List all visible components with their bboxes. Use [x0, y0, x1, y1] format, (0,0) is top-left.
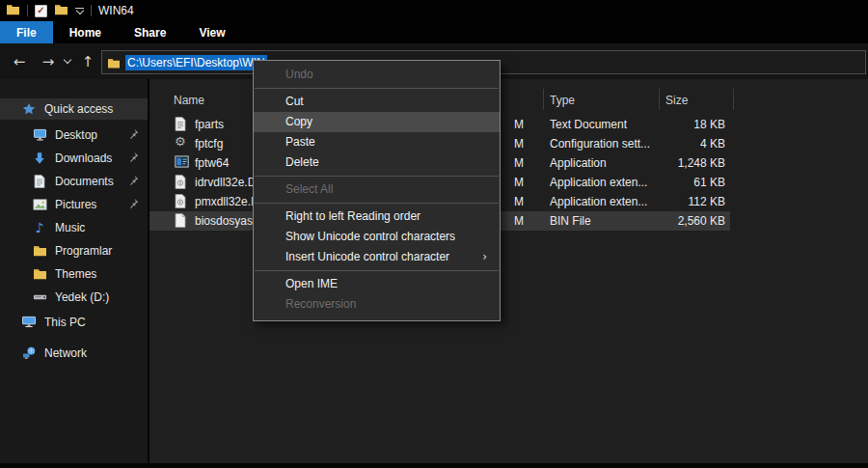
sidebar-item-yedek-d[interactable]: Yedek (D:) — [0, 286, 148, 308]
menu-separator — [255, 270, 499, 271]
sidebar-item-desktop[interactable]: Desktop — [0, 124, 148, 146]
file-type: Application exten... — [550, 192, 647, 211]
file-size: 4 KB — [651, 134, 725, 153]
file-type: Application exten... — [550, 173, 647, 192]
menu-item-undo: Undo — [254, 65, 500, 85]
music-icon: ♪ — [32, 220, 47, 235]
column-header-name[interactable]: Name — [174, 91, 204, 110]
computer-icon — [21, 316, 37, 328]
tab-file[interactable]: File — [0, 21, 53, 43]
up-button[interactable]: ↑ — [77, 43, 98, 79]
menu-item-insert-unicode-control-character[interactable]: Insert Unicode control character › — [254, 247, 500, 267]
ribbon-tabs: File Home Share View — [0, 21, 868, 43]
sidebar-item-label: Desktop — [55, 128, 97, 142]
menu-separator — [255, 88, 499, 89]
menu-item-select-all: Select All — [254, 179, 500, 200]
desktop-icon — [32, 128, 47, 141]
sidebar-item-pictures[interactable]: Pictures — [0, 193, 148, 215]
forward-button[interactable]: → — [38, 43, 59, 79]
window-title: WIN64 — [98, 4, 134, 17]
menu-separator — [255, 203, 499, 204]
back-button[interactable]: ← — [9, 43, 30, 79]
explorer-folder-icon — [6, 3, 20, 18]
sidebar-item-label: Downloads — [55, 151, 112, 165]
menu-item-reconversion: Reconversion — [254, 294, 500, 315]
menu-item-rtl-reading-order[interactable]: Right to left Reading order — [254, 206, 500, 227]
sidebar-item-downloads[interactable]: Downloads — [0, 147, 148, 169]
sidebar-item-label: Programlar — [55, 244, 112, 258]
config-file-icon: ⚙ — [175, 134, 186, 149]
file-date-fragment: M — [514, 115, 524, 134]
sidebar-item-label: Themes — [55, 267, 96, 281]
file-date-fragment: M — [514, 192, 524, 211]
picture-icon — [32, 199, 47, 210]
sidebar-item-themes[interactable]: Themes — [0, 262, 148, 285]
folder-icon — [32, 244, 47, 257]
file-name: fptw64 — [195, 153, 229, 173]
text-file-icon — [175, 117, 186, 134]
tab-share[interactable]: Share — [118, 21, 182, 43]
column-divider[interactable] — [543, 89, 544, 110]
file-size: 112 KB — [651, 192, 725, 211]
document-icon — [32, 175, 47, 188]
menu-item-open-ime[interactable]: Open IME — [254, 274, 500, 294]
menu-item-cut[interactable]: Cut — [254, 92, 500, 112]
sidebar-item-quick-access[interactable]: Quick access — [0, 98, 148, 120]
sidebar-item-label: Pictures — [55, 198, 96, 211]
network-icon — [21, 346, 37, 359]
menu-item-delete[interactable]: Delete — [254, 152, 500, 173]
column-divider[interactable] — [733, 89, 734, 110]
menu-item-copy[interactable]: Copy — [254, 112, 500, 132]
sidebar-item-programlar[interactable]: Programlar — [0, 239, 148, 262]
file-name: pmxdll32e.Dl — [195, 192, 261, 211]
menu-item-paste[interactable]: Paste — [254, 132, 500, 152]
qat-dropdown-icon[interactable] — [75, 8, 84, 14]
file-type: Configuration sett... — [550, 134, 650, 153]
download-icon — [32, 151, 47, 165]
file-type: BIN File — [550, 211, 591, 231]
file-date-fragment: M — [514, 173, 524, 192]
drive-icon — [32, 292, 47, 302]
file-size: 61 KB — [651, 173, 725, 192]
pin-icon — [127, 198, 139, 212]
star-icon — [21, 102, 37, 116]
qat-separator — [91, 5, 92, 16]
new-folder-icon[interactable] — [54, 3, 68, 18]
submenu-arrow-icon: › — [482, 247, 487, 267]
sidebar-item-label: Music — [55, 221, 85, 234]
sidebar-item-network[interactable]: Network — [0, 342, 148, 364]
menu-item-show-unicode-control-characters[interactable]: Show Unicode control characters — [254, 227, 500, 247]
sidebar-item-label: Quick access — [44, 102, 113, 116]
file-date-fragment: M — [514, 211, 524, 231]
file-name: fptcfg — [195, 134, 223, 153]
sidebar-item-label: Network — [44, 346, 87, 360]
sidebar-item-this-pc[interactable]: This PC — [0, 311, 148, 333]
tab-home[interactable]: Home — [53, 21, 118, 43]
file-date-fragment: M — [514, 153, 524, 173]
column-header-size[interactable]: Size — [665, 91, 688, 110]
tab-view[interactable]: View — [182, 21, 241, 43]
column-header-type[interactable]: Type — [550, 91, 575, 110]
menu-separator — [255, 176, 499, 177]
file-name: fparts — [195, 115, 224, 134]
folder-icon — [32, 267, 47, 280]
sidebar-item-label: Yedek (D:) — [55, 290, 109, 304]
pin-icon — [127, 175, 139, 189]
sidebar-item-label: Documents — [55, 175, 114, 188]
dll-file-icon — [175, 175, 186, 192]
recent-locations-chevron-icon[interactable] — [60, 43, 75, 79]
address-selected-text: C:\Users\EFI\Desktop\WIN — [125, 55, 267, 70]
column-divider[interactable] — [659, 89, 660, 110]
title-bar: ✓ WIN64 — [0, 0, 868, 21]
dll-file-icon — [175, 194, 186, 211]
file-type: Text Document — [550, 115, 627, 134]
pin-icon — [127, 128, 139, 143]
address-folder-icon — [107, 57, 121, 69]
bin-file-icon — [175, 213, 186, 231]
file-size: 2,560 KB — [651, 211, 725, 231]
sidebar-item-music[interactable]: ♪ Music — [0, 216, 148, 238]
sidebar-item-documents[interactable]: Documents — [0, 170, 148, 192]
navigation-pane: Quick access Desktop Downloads Doc — [0, 79, 149, 463]
file-type: Application — [550, 153, 607, 173]
properties-check-icon[interactable]: ✓ — [35, 5, 47, 17]
